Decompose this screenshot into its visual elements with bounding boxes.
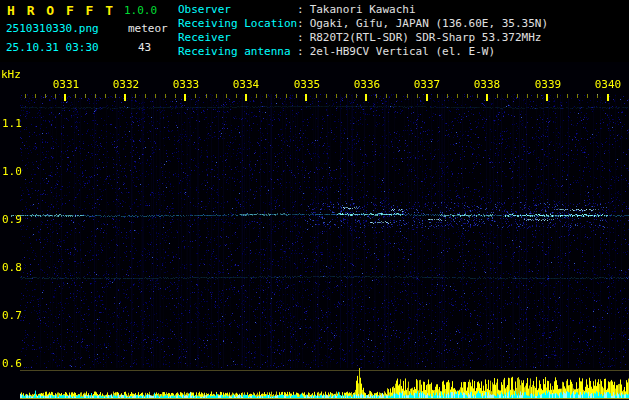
- time-tick-label: 0333: [173, 79, 200, 91]
- time-tick-label: 0340: [595, 79, 622, 91]
- freq-tick-label: 0.9: [2, 214, 22, 226]
- info-row-observer: Observer:Takanori Kawachi: [178, 3, 548, 17]
- info-label: Receiving Location: [178, 17, 297, 31]
- time-tick-label: 0334: [233, 79, 260, 91]
- freq-tick-label: 0.7: [2, 310, 22, 322]
- freq-tick-label: 0.6: [2, 358, 22, 370]
- info-panel: Observer:Takanori Kawachi Receiving Loca…: [178, 3, 548, 59]
- mode-label: meteor: [128, 22, 168, 35]
- app-version: 1.0.0: [124, 4, 157, 17]
- time-tick-label: 0337: [414, 79, 441, 91]
- info-row-receiver: Receiver:R820T2(RTL-SDR) SDR-Sharp 53.37…: [178, 31, 548, 45]
- freq-tick-label: 1.0: [2, 166, 22, 178]
- info-colon: :: [297, 17, 304, 31]
- info-label: Receiving antenna: [178, 45, 297, 59]
- echo-count: 43: [138, 41, 151, 54]
- info-colon: :: [297, 31, 304, 45]
- app-title: H R O F F T: [7, 3, 115, 18]
- info-colon: :: [297, 45, 304, 59]
- info-row-location: Receiving Location:Ogaki, Gifu, JAPAN (1…: [178, 17, 548, 31]
- timestamp: 25.10.31 03:30: [6, 41, 99, 54]
- info-value: 2el-HB9CV Vertical (el. E-W): [310, 45, 495, 59]
- info-value: Takanori Kawachi: [310, 3, 416, 17]
- output-filename: 2510310330.png: [6, 22, 99, 35]
- time-tick-label: 0332: [113, 79, 140, 91]
- time-tick-label: 0335: [294, 79, 321, 91]
- info-value: Ogaki, Gifu, JAPAN (136.60E, 35.35N): [310, 17, 548, 31]
- info-label: Observer: [178, 3, 297, 17]
- time-tick-label: 0336: [354, 79, 381, 91]
- info-label: Receiver: [178, 31, 297, 45]
- time-tick-label: 0339: [535, 79, 562, 91]
- freq-tick-label: 1.1: [2, 118, 22, 130]
- spectrogram-canvas: [0, 62, 629, 400]
- freq-tick-label: 0.8: [2, 262, 22, 274]
- info-value: R820T2(RTL-SDR) SDR-Sharp 53.372MHz: [310, 31, 542, 45]
- hrofft-window: H R O F F T 1.0.0 2510310330.png meteor …: [0, 0, 629, 400]
- info-colon: :: [297, 3, 304, 17]
- info-row-antenna: Receiving antenna:2el-HB9CV Vertical (el…: [178, 45, 548, 59]
- time-tick-label: 0338: [474, 79, 501, 91]
- frequency-unit-label: kHz: [1, 68, 21, 81]
- time-tick-label: 0331: [53, 79, 80, 91]
